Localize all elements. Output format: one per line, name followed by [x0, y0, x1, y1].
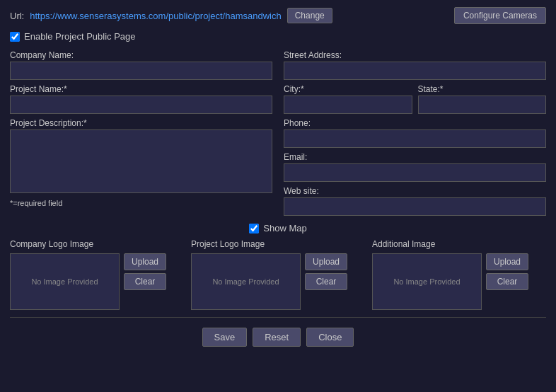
website-group: Web site: [284, 186, 546, 216]
additional-image-clear-button[interactable]: Clear [486, 273, 528, 290]
close-button[interactable]: Close [306, 328, 354, 347]
email-input[interactable] [284, 163, 546, 182]
reset-button[interactable]: Reset [253, 328, 301, 347]
website-label: Web site: [284, 186, 546, 196]
company-name-input[interactable] [10, 62, 272, 80]
city-input[interactable] [284, 96, 412, 114]
street-address-label: Street Address: [284, 50, 546, 60]
url-row: Url: https://www.senserasystems.com/publ… [10, 7, 546, 24]
required-note: *=required field [10, 199, 272, 207]
save-button[interactable]: Save [202, 328, 248, 347]
phone-input[interactable] [284, 129, 546, 148]
email-group: Email: [284, 152, 546, 182]
project-description-label: Project Description:* [10, 118, 272, 128]
city-group: City:* [284, 84, 412, 114]
website-input[interactable] [284, 197, 546, 216]
configure-cameras-button[interactable]: Configure Cameras [454, 7, 546, 24]
project-logo-label: Project Logo Image [191, 239, 365, 249]
project-name-input[interactable] [10, 96, 272, 114]
divider [10, 317, 546, 318]
state-input[interactable] [418, 96, 547, 114]
company-logo-section: Company Logo Image No Image Provided Upl… [10, 239, 184, 310]
company-logo-placeholder: No Image Provided [10, 253, 120, 310]
additional-image-label: Additional Image [372, 239, 546, 249]
enable-public-page-checkbox[interactable] [10, 32, 20, 42]
project-logo-section: Project Logo Image No Image Provided Upl… [191, 239, 365, 310]
company-name-label: Company Name: [10, 50, 272, 60]
company-logo-upload-button[interactable]: Upload [124, 253, 166, 270]
additional-image-placeholder: No Image Provided [372, 253, 482, 310]
project-name-label: Project Name:* [10, 84, 272, 94]
email-label: Email: [284, 152, 546, 162]
additional-image-box-row: No Image Provided Upload Clear [372, 253, 546, 310]
page-container: Url: https://www.senserasystems.com/publ… [0, 0, 556, 358]
project-logo-buttons: Upload Clear [305, 253, 347, 290]
street-address-input[interactable] [284, 62, 546, 80]
main-form: Company Name: Project Name:* Project Des… [10, 50, 546, 216]
company-logo-box-row: No Image Provided Upload Clear [10, 253, 184, 310]
change-button[interactable]: Change [287, 8, 332, 23]
street-address-group: Street Address: [284, 50, 546, 80]
project-name-group: Project Name:* [10, 84, 272, 114]
additional-image-buttons: Upload Clear [486, 253, 528, 290]
phone-label: Phone: [284, 118, 546, 128]
enable-public-page-row: Enable Project Public Page [10, 31, 546, 42]
company-logo-label: Company Logo Image [10, 239, 184, 249]
additional-image-section: Additional Image No Image Provided Uploa… [372, 239, 546, 310]
state-label: State:* [418, 84, 547, 94]
bottom-buttons: Save Reset Close [10, 323, 546, 351]
project-description-group: Project Description:* [10, 118, 272, 193]
project-logo-placeholder: No Image Provided [191, 253, 301, 310]
left-column: Company Name: Project Name:* Project Des… [10, 50, 272, 216]
phone-group: Phone: [284, 118, 546, 148]
company-logo-buttons: Upload Clear [124, 253, 166, 290]
additional-image-upload-button[interactable]: Upload [486, 253, 528, 270]
city-state-row: City:* State:* [284, 84, 546, 114]
project-logo-upload-button[interactable]: Upload [305, 253, 347, 270]
project-logo-box-row: No Image Provided Upload Clear [191, 253, 365, 310]
company-logo-clear-button[interactable]: Clear [124, 273, 166, 290]
show-map-row: Show Map [10, 223, 546, 234]
state-group: State:* [418, 84, 547, 114]
url-label: Url: [10, 11, 24, 21]
project-logo-clear-button[interactable]: Clear [305, 273, 347, 290]
show-map-checkbox[interactable] [249, 224, 259, 234]
enable-public-page-label: Enable Project Public Page [24, 31, 136, 42]
company-name-group: Company Name: [10, 50, 272, 80]
images-section: Company Logo Image No Image Provided Upl… [10, 239, 546, 310]
city-label: City:* [284, 84, 412, 94]
right-column: Street Address: City:* State:* Phone: Em… [284, 50, 546, 216]
show-map-label: Show Map [263, 223, 306, 234]
project-description-input[interactable] [10, 129, 272, 193]
url-link[interactable]: https://www.senserasystems.com/public/pr… [30, 11, 281, 21]
